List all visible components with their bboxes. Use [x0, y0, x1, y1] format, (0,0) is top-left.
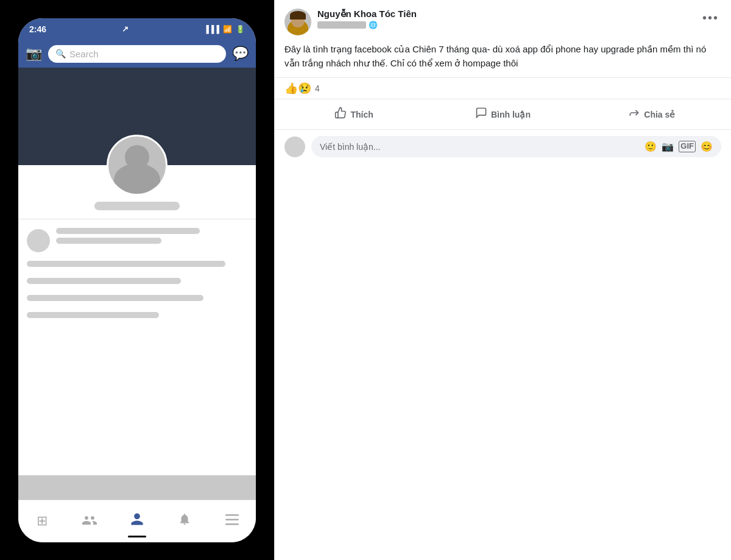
skeleton-line: [56, 228, 200, 234]
search-input-wrap[interactable]: 🔍 Search: [48, 45, 226, 63]
skeleton-lines: [56, 228, 247, 244]
skeleton-line: [56, 238, 161, 244]
battery-icon: 🔋: [236, 25, 245, 34]
comment-user-avatar: [284, 136, 305, 157]
post-meta: Nguyễn Khoa Tóc Tiên 🌐: [317, 9, 694, 29]
comment-icon: [475, 107, 487, 122]
nav-feed[interactable]: ⊞: [18, 500, 66, 542]
avatar-wrap: [107, 135, 168, 196]
messenger-icon[interactable]: 💬: [232, 46, 249, 62]
skeleton-avatar: [27, 229, 50, 252]
bottom-nav: ⊞: [18, 500, 256, 542]
reaction-icons: 👍 😢: [284, 83, 311, 94]
nav-menu[interactable]: [208, 500, 256, 542]
signal-icon: ▐▐▐: [203, 25, 219, 34]
reaction-count: 4: [315, 83, 320, 93]
skeleton-row-1: [27, 228, 247, 252]
like-button[interactable]: Thích: [280, 102, 428, 127]
phone-panel: 2:46 ↗ ▐▐▐ 📶 🔋 📷 🔍 Search 💬: [0, 0, 274, 560]
profile-area: [18, 68, 256, 500]
profile-name-placeholder: [94, 202, 180, 210]
post-author: Nguyễn Khoa Tóc Tiên: [317, 9, 694, 19]
share-icon: [628, 107, 640, 122]
share-label: Chia sẻ: [644, 110, 675, 119]
skeleton-block: [27, 261, 225, 267]
svg-rect-2: [225, 523, 239, 525]
nav-friends[interactable]: [66, 500, 113, 542]
skeleton-block: [27, 312, 159, 318]
share-button[interactable]: Chia sẻ: [577, 102, 726, 127]
wifi-icon: 📶: [223, 25, 232, 34]
gif-icon[interactable]: GIF: [679, 141, 696, 152]
search-placeholder: Search: [69, 49, 99, 59]
status-arrow: ↗: [122, 24, 129, 34]
like-icon: [334, 107, 347, 122]
skeleton-content: [18, 219, 256, 329]
comment-placeholder: Viết bình luận...: [320, 142, 380, 152]
skeleton-block: [27, 295, 203, 301]
phone-screen: 2:46 ↗ ▐▐▐ 📶 🔋 📷 🔍 Search 💬: [18, 18, 256, 542]
like-reaction-icon: 👍: [284, 83, 298, 94]
globe-icon: 🌐: [369, 21, 378, 29]
svg-rect-0: [225, 514, 239, 516]
avatar-circle: [107, 135, 168, 196]
menu-icon: [225, 513, 239, 529]
post-header: Nguyễn Khoa Tóc Tiên 🌐 •••: [275, 0, 731, 40]
sticker-icon[interactable]: 😊: [701, 141, 713, 152]
svg-rect-1: [225, 519, 239, 521]
post-body: Đây là tình trạng facebook của Chiên 7 t…: [275, 40, 731, 77]
comment-input-wrap[interactable]: Viết bình luận... 🙂 📷 GIF 😊: [311, 136, 721, 157]
post-timestamp: [317, 21, 366, 29]
profile-name-bar: [18, 202, 256, 210]
cover-photo: [18, 68, 256, 165]
nav-profile[interactable]: [113, 500, 161, 542]
search-icon: 🔍: [55, 49, 66, 58]
nav-notifications[interactable]: [161, 500, 208, 542]
bell-icon: [178, 512, 191, 530]
comment-button[interactable]: Bình luận: [428, 102, 577, 127]
feed-icon: ⊞: [37, 513, 48, 529]
status-bar: 2:46 ↗ ▐▐▐ 📶 🔋: [18, 18, 256, 40]
like-label: Thích: [350, 110, 373, 119]
gray-band: [18, 475, 256, 500]
profile-icon: [130, 512, 144, 530]
avatar-body: [114, 163, 160, 194]
comment-icons: 🙂 📷 GIF 😊: [644, 141, 713, 152]
reactions-row: 👍 😢 4: [275, 77, 731, 99]
post-sub: 🌐: [317, 21, 694, 29]
skeleton-block: [27, 278, 181, 284]
camera-comment-icon[interactable]: 📷: [662, 141, 674, 152]
post-avatar: [284, 9, 311, 35]
post-panel: Nguyễn Khoa Tóc Tiên 🌐 ••• Đây là tình t…: [274, 0, 731, 560]
emoji-icon[interactable]: 🙂: [644, 141, 657, 152]
friends-icon: [82, 513, 97, 530]
status-time: 2:46: [29, 24, 46, 34]
comment-input-row: Viết bình luận... 🙂 📷 GIF 😊: [275, 130, 731, 163]
action-buttons: Thích Bình luận Chia sẻ: [275, 99, 731, 130]
comment-label: Bình luận: [491, 110, 531, 119]
search-bar: 📷 🔍 Search 💬: [18, 40, 256, 68]
post-more-button[interactable]: •••: [700, 9, 721, 27]
sad-reaction-icon: 😢: [298, 83, 311, 94]
status-icons: ▐▐▐ 📶 🔋: [203, 25, 245, 34]
camera-icon[interactable]: 📷: [26, 46, 42, 62]
